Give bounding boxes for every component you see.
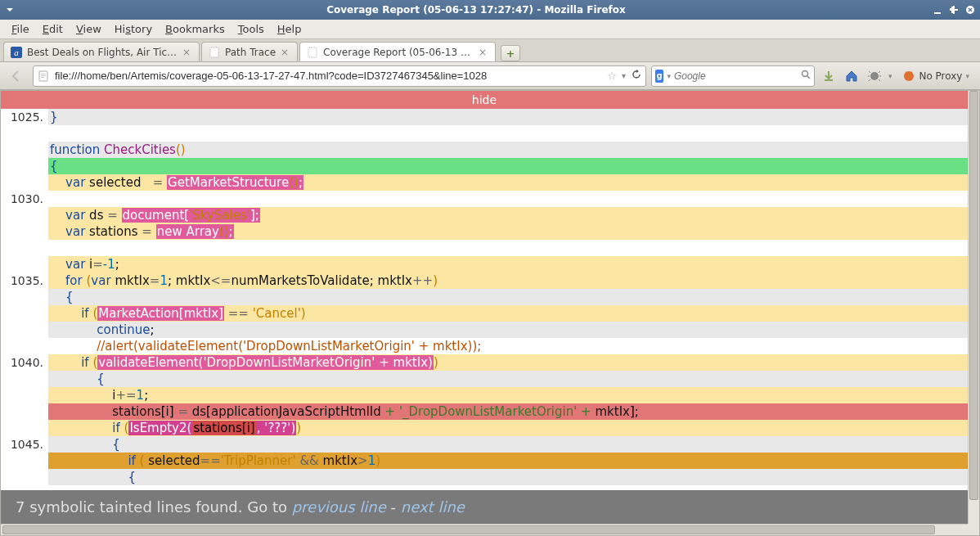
menu-history[interactable]: History bbox=[108, 21, 159, 37]
back-button[interactable] bbox=[5, 65, 28, 87]
new-tab-button[interactable]: + bbox=[501, 45, 520, 61]
close-button[interactable] bbox=[964, 3, 977, 16]
code-line: if (IsEmpty2(stations[i], '???')) bbox=[1, 420, 968, 436]
horizontal-scrollbar[interactable] bbox=[1, 524, 968, 535]
horizontal-scrollbar-thumb[interactable] bbox=[2, 525, 935, 534]
code-line: i+=1; bbox=[1, 387, 968, 403]
line-content: if (IsEmpty2(stations[i], '???')) bbox=[48, 420, 968, 436]
next-line-link[interactable]: next line bbox=[401, 498, 465, 516]
code-line: 1030. bbox=[1, 191, 968, 207]
svg-marker-0 bbox=[7, 8, 13, 11]
page-viewport: hide 1025.}function CheckCities(){ var s… bbox=[0, 90, 980, 536]
code-line: //alert(validateElement('DropDownListMar… bbox=[1, 338, 968, 354]
tab-1[interactable]: Path Trace× bbox=[201, 42, 298, 61]
line-content: var i=-1; bbox=[48, 256, 968, 273]
code-line: if ( selected=='TripPlanner' && mktIx>1) bbox=[1, 453, 968, 469]
url-bar[interactable]: ☆ ▾ bbox=[33, 65, 646, 87]
svg-rect-17 bbox=[825, 79, 833, 81]
svg-point-18 bbox=[870, 72, 879, 80]
proxy-selector[interactable]: No Proxy ▾ bbox=[897, 67, 975, 85]
code-line: 1040. if (validateElement('DropDownListM… bbox=[1, 354, 968, 371]
svg-point-15 bbox=[802, 71, 807, 77]
window-title: Coverage Report (05-06-13 17:27:47) - Mo… bbox=[21, 4, 931, 16]
svg-rect-11 bbox=[41, 74, 46, 74]
svg-rect-1 bbox=[934, 12, 941, 14]
tab-favicon-icon: a bbox=[11, 47, 22, 58]
code-line: var ds = document['SkySales']; bbox=[1, 207, 968, 223]
tab-close-icon[interactable]: × bbox=[182, 47, 192, 57]
code-line: if (MarketAction[mktIx] == 'Cancel') bbox=[1, 305, 968, 322]
reload-button[interactable] bbox=[631, 69, 642, 83]
code-line: { bbox=[1, 289, 968, 305]
tab-0[interactable]: aBest Deals on Flights, Air Tickets,...× bbox=[3, 42, 200, 61]
tabstrip: aBest Deals on Flights, Air Tickets,...×… bbox=[0, 39, 980, 62]
line-content: i+=1; bbox=[48, 387, 968, 403]
code-line: function CheckCities() bbox=[1, 142, 968, 158]
line-content: var stations = new Array(); bbox=[48, 223, 968, 240]
line-number: 1025. bbox=[1, 109, 48, 125]
vertical-scrollbar-thumb[interactable] bbox=[969, 91, 978, 500]
menu-edit[interactable]: Edit bbox=[36, 21, 70, 37]
menu-bookmarks[interactable]: Bookmarks bbox=[159, 21, 232, 37]
menu-help[interactable]: Help bbox=[271, 21, 308, 37]
line-content: { bbox=[48, 469, 968, 485]
code-line: var stations = new Array(); bbox=[1, 223, 968, 240]
line-content: { bbox=[48, 436, 968, 453]
line-content: { bbox=[48, 289, 968, 305]
page-identity-icon[interactable] bbox=[37, 70, 50, 83]
downloads-button[interactable] bbox=[820, 67, 838, 85]
firebug-dropdown-icon[interactable]: ▾ bbox=[888, 72, 892, 80]
code-line: var i=-1; bbox=[1, 256, 968, 273]
firebug-button[interactable] bbox=[865, 67, 883, 85]
svg-marker-14 bbox=[636, 70, 639, 73]
menu-tools[interactable]: Tools bbox=[232, 21, 271, 37]
line-content: for (var mktIx=1; mktIx<=numMarketsToVal… bbox=[48, 273, 968, 289]
foxyproxy-icon bbox=[902, 70, 915, 83]
search-engine-icon[interactable]: g bbox=[655, 70, 663, 83]
status-footer: 7 symbolic tainted lines found. Go to pr… bbox=[1, 490, 979, 524]
line-content: if (validateElement('DropDownListMarketO… bbox=[48, 354, 968, 371]
search-box[interactable]: g ▾ bbox=[651, 65, 815, 87]
url-history-dropdown-icon[interactable]: ▾ bbox=[622, 71, 626, 80]
search-go-icon[interactable] bbox=[801, 70, 811, 82]
tab-close-icon[interactable]: × bbox=[479, 47, 488, 57]
vertical-scrollbar[interactable] bbox=[968, 91, 979, 524]
menu-view[interactable]: View bbox=[70, 21, 108, 37]
search-engine-dropdown-icon[interactable]: ▾ bbox=[667, 72, 671, 80]
footer-text: 7 symbolic tainted lines found. Go to bbox=[16, 498, 292, 516]
previous-line-link[interactable]: previous line bbox=[292, 498, 386, 516]
search-input[interactable] bbox=[674, 70, 798, 82]
code-line bbox=[1, 240, 968, 256]
code-line: var selected = GetMarketStructure(); bbox=[1, 174, 968, 191]
line-number: 1035. bbox=[1, 273, 48, 289]
maximize-button[interactable] bbox=[947, 3, 960, 16]
nav-toolbar: ☆ ▾ g ▾ ▾ No Proxy ▾ bbox=[0, 62, 980, 90]
code-line: 1045. { bbox=[1, 436, 968, 453]
system-menu-icon[interactable] bbox=[3, 3, 16, 16]
line-content: //alert(validateElement('DropDownListMar… bbox=[48, 338, 968, 354]
url-input[interactable] bbox=[55, 70, 602, 82]
minimize-button[interactable] bbox=[931, 3, 944, 16]
line-content: continue; bbox=[48, 322, 968, 338]
svg-text:a: a bbox=[14, 47, 19, 57]
page-content: hide 1025.}function CheckCities(){ var s… bbox=[1, 91, 968, 524]
code-line: 1025.} bbox=[1, 109, 968, 125]
menubar: File Edit View History Bookmarks Tools H… bbox=[0, 20, 980, 39]
line-content: stations[i] = ds[applicationJavaScriptHt… bbox=[48, 403, 968, 420]
home-button[interactable] bbox=[843, 67, 861, 85]
hide-button[interactable]: hide bbox=[1, 91, 968, 109]
line-content: { bbox=[48, 158, 968, 174]
code-line: { bbox=[1, 469, 968, 485]
tab-label: Path Trace bbox=[225, 47, 276, 58]
tab-close-icon[interactable]: × bbox=[281, 47, 290, 57]
line-content: function CheckCities() bbox=[48, 142, 968, 158]
line-content: { bbox=[48, 371, 968, 387]
code-line bbox=[1, 125, 968, 142]
bookmark-star-icon[interactable]: ☆ bbox=[607, 70, 617, 82]
code-line: { bbox=[1, 371, 968, 387]
line-content: var ds = document['SkySales']; bbox=[48, 207, 968, 223]
tab-2[interactable]: Coverage Report (05-06-13 17:27...× bbox=[299, 42, 496, 61]
tab-label: Best Deals on Flights, Air Tickets,... bbox=[27, 47, 178, 58]
proxy-dropdown-icon[interactable]: ▾ bbox=[965, 72, 969, 80]
menu-file[interactable]: File bbox=[5, 21, 36, 37]
